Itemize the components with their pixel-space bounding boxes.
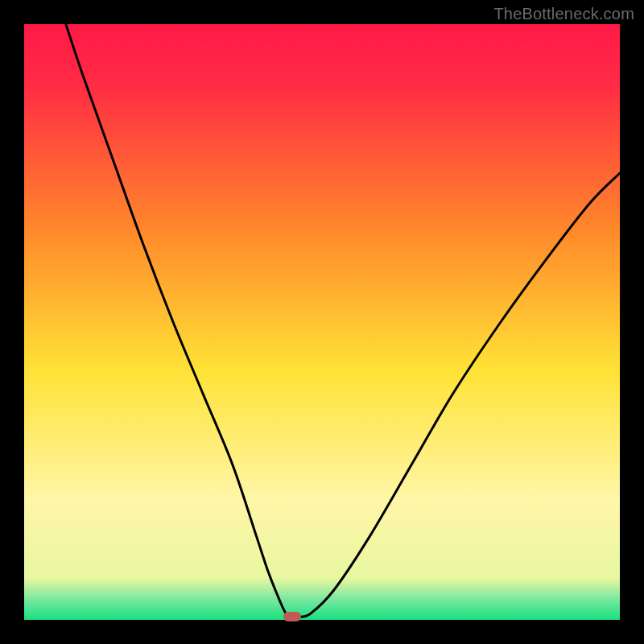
chart-frame: TheBottleneck.com xyxy=(0,0,644,644)
bottleneck-curve xyxy=(24,24,620,620)
plot-area xyxy=(24,24,620,620)
optimal-marker-icon xyxy=(283,612,301,621)
watermark-label: TheBottleneck.com xyxy=(493,5,634,23)
